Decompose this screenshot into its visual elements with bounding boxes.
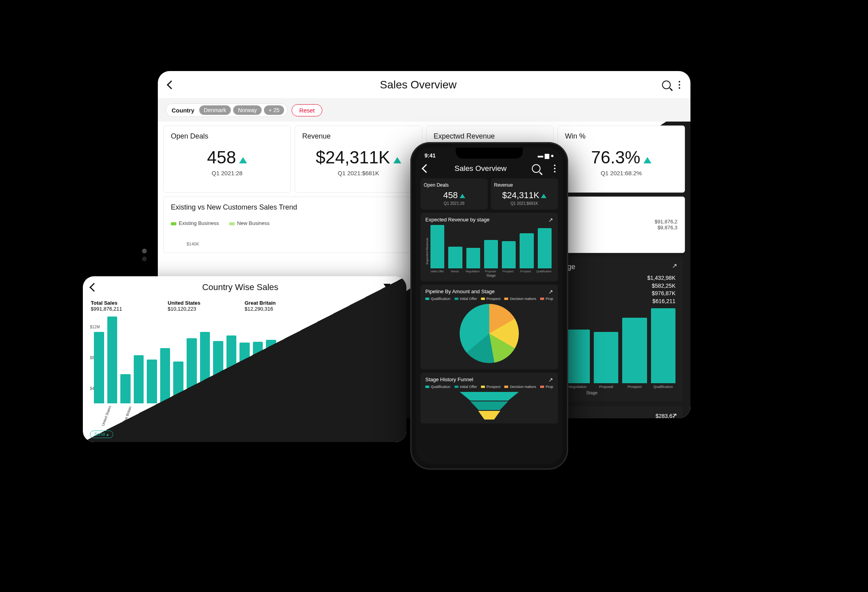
page-dots [142,249,147,261]
filter-pill[interactable]: + 25 [264,105,284,115]
filter-pill[interactable]: Denmark [199,105,231,115]
phone-kpi-revenue[interactable]: Revenue $24,311K Q1 2021:$681K [491,178,558,210]
landscape-title: Country Wise Sales [97,282,383,292]
filter-label: Country [169,107,197,114]
tablet-title: Sales Overview [174,79,662,91]
kpi-open-deals[interactable]: Open Deals 458 Q1 2021:28 [163,126,291,193]
totals-row: Total Sales$991,876,211 United States$10… [83,298,406,313]
phone-notch [456,148,523,159]
trend-up-icon [541,194,546,198]
section-title: Pipeline By Amount and Stage [425,289,553,294]
kpi-title: Expectwd Revenue [434,132,546,141]
phone-title: Sales Overview [435,164,526,173]
expand-icon[interactable]: ↗ [548,217,553,223]
filter-group-country[interactable]: Country Denmark Norway + 25 [166,103,288,117]
kpi-value: 76.3% [591,148,640,167]
mini-bar-chart [429,225,553,268]
trend-right-values: $91,876,2 $9,876,3 [655,219,677,230]
trend-legend: Existing Business New Business [171,220,269,230]
section-title: Stage History Funnel [425,377,553,382]
kpi-sub: Q1 2021:28 [171,170,283,176]
chart-xlabel: Countries [90,416,399,422]
status-time: 9:41 [425,152,436,159]
funnel-legend: QualificationInitial OfferProspectDecisi… [425,385,553,389]
mini-bar-labels: Initial OfferNeedsNegotiationProposalPro… [429,268,553,273]
trend-up-icon [239,157,247,163]
kpi-sub: Q1 2021:$681K [494,201,555,206]
expand-icon[interactable]: ↗ [672,262,677,270]
phone-frame: 9:41 ▬ ▆ ● Sales Overview Open Deals 458… [410,142,568,470]
filter-pill[interactable]: Norway [233,105,261,115]
landscape-phone-frame: Country Wise Sales Total Sales$991,876,2… [83,276,406,442]
kpi-revenue[interactable]: Revenue $24,311K Q1 2021:$681K [295,126,422,193]
trend-up-icon [460,194,465,198]
phone-kpi-open-deals[interactable]: Open Deals 458 Q1 2021:28 [421,178,488,210]
search-icon[interactable] [532,164,541,173]
country-sales-chart[interactable]: Sales $12M $8M $4M United StatesGreat Br… [90,317,399,419]
more-icon[interactable] [397,283,398,291]
back-icon[interactable] [422,164,431,173]
search-icon[interactable] [662,81,671,89]
kpi-title: Open Deals [424,182,485,188]
chart-xlabel: Stage [429,274,553,277]
pie-chart [460,304,519,363]
expand-icon[interactable]: ↗ [548,377,553,383]
expand-icon[interactable]: ↗ [672,412,677,418]
trend-up-icon [644,157,651,163]
phone-pipeline-pie[interactable]: ↗ Pipeline By Amount and Stage Qualifica… [421,285,558,369]
chart-ylabel: Expected Revenue [425,225,429,277]
kpi-win-pct[interactable]: Win % 76.3% Q1 2021:68.2% [557,126,685,193]
kpi-value: 458 [443,190,458,200]
funnel-chart [425,392,553,420]
kpi-value: $24,311K [316,148,390,167]
reset-button[interactable]: Reset [292,104,322,116]
status-icons: ▬ ▆ ● [538,152,554,159]
kpi-title: Revenue [494,182,555,188]
filter-icon[interactable] [383,284,391,291]
kpi-sub: Q1 2021:28 [424,201,485,206]
kpi-title: Win % [565,132,677,141]
scroll-pill[interactable]: Scroll ▴ [90,431,113,438]
kpi-value: $24,311K [502,190,539,200]
expand-icon[interactable]: ↗ [548,289,553,295]
phone-stage-chart[interactable]: ↗ Expected Revenue by stage Expected Rev… [421,213,558,281]
kpi-sub: Q1 2021:68.2% [565,170,677,176]
more-icon[interactable] [679,81,680,89]
pie-legend: QualificationInitial OfferProspectDecisi… [425,297,553,301]
section-title: Expected Revenue by stage [425,217,553,223]
kpi-title: Revenue [302,132,415,141]
more-icon[interactable] [554,165,556,172]
phone-funnel[interactable]: ↗ Stage History Funnel QualificationInit… [421,373,558,423]
kpi-value: 458 [207,148,236,167]
kpi-title: Open Deals [171,132,283,141]
kpi-sub: Q1 2021:$681K [302,170,415,176]
trend-up-icon [393,157,401,163]
